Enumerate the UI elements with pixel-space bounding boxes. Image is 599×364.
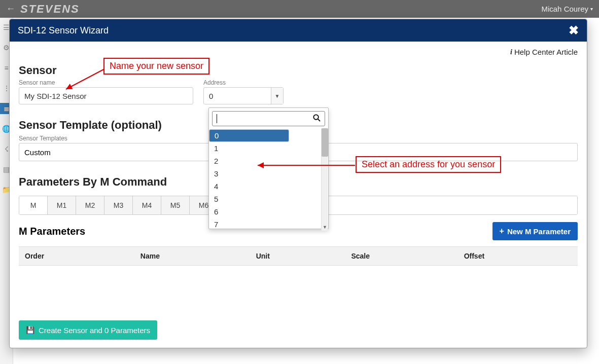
annotation-select-address: Select an address for you sensor — [356, 156, 501, 173]
create-sensor-button[interactable]: 💾 Create Sensor and 0 Parameters — [19, 320, 157, 340]
col-order: Order — [19, 247, 134, 266]
dropdown-option[interactable]: 0 — [209, 129, 289, 142]
scroll-down-icon[interactable]: ▼ — [322, 224, 328, 231]
annotation-name-sensor: Name your new sensor — [103, 58, 209, 75]
chevron-down-icon: ▼ — [271, 88, 283, 104]
template-value: Custom — [24, 148, 51, 157]
col-scale: Scale — [345, 247, 457, 266]
back-arrow-icon[interactable]: ← — [6, 4, 15, 14]
tab-m1[interactable]: M1 — [48, 196, 76, 214]
modal-header: SDI-12 Sensor Wizard ✖ — [10, 19, 587, 42]
tab-m5[interactable]: M5 — [161, 196, 190, 214]
tab-m4[interactable]: M4 — [133, 196, 161, 214]
modal-title: SDI-12 Sensor Wizard — [18, 25, 569, 36]
dropdown-option[interactable]: 4 — [209, 180, 328, 193]
dropdown-option[interactable]: 3 — [209, 167, 328, 180]
address-field: Address 0 ▼ — [203, 79, 284, 104]
create-button-label: Create Sensor and 0 Parameters — [39, 326, 150, 335]
text-cursor — [217, 114, 217, 123]
address-value: 0 — [204, 92, 271, 100]
dropdown-option[interactable]: 6 — [209, 205, 328, 218]
app-backdrop: ← STEVENS Micah Courey ▾ ☰ ⚙ ≡ ⋮ ≣ 🌐 ☇ ▤… — [0, 0, 599, 364]
dropdown-option[interactable]: 2 — [209, 155, 328, 167]
dropdown-option[interactable]: 1 — [209, 142, 328, 155]
dropdown-option[interactable]: 5 — [209, 193, 328, 205]
svg-point-0 — [313, 115, 318, 119]
user-name-label: Micah Courey — [541, 5, 588, 13]
dropdown-option[interactable]: 7 — [209, 218, 328, 229]
plus-icon: + — [500, 227, 504, 236]
tab-m3[interactable]: M3 — [104, 196, 133, 214]
address-select[interactable]: 0 ▼ — [203, 87, 284, 104]
search-icon — [313, 114, 321, 123]
dropdown-option-list: 0 1 2 3 4 5 6 7 — [209, 129, 328, 229]
sensor-name-field: Sensor name — [19, 79, 193, 104]
tab-m[interactable]: M — [19, 196, 48, 214]
help-link-text: Help Center Article — [514, 48, 578, 56]
close-icon[interactable]: ✖ — [569, 24, 579, 37]
parameters-table: Order Name Unit Scale Offset — [19, 246, 578, 266]
top-bar: ← STEVENS Micah Courey ▾ — [0, 0, 599, 18]
dropdown-search-wrap — [209, 108, 328, 129]
m-parameters-heading: M Parameters — [19, 226, 85, 237]
caret-down-icon: ▾ — [590, 6, 593, 12]
dropdown-scrollbar[interactable]: ▼ — [321, 128, 328, 231]
info-icon: i — [510, 48, 512, 56]
user-menu[interactable]: Micah Courey ▾ — [541, 5, 593, 13]
save-icon: 💾 — [26, 326, 34, 334]
sensor-name-input[interactable] — [19, 87, 193, 104]
new-m-parameter-button[interactable]: + New M Parameter — [492, 222, 578, 240]
col-unit: Unit — [250, 247, 345, 266]
dropdown-search-input[interactable] — [212, 111, 325, 126]
col-offset: Offset — [458, 247, 578, 266]
brand-logo: STEVENS — [20, 3, 80, 16]
svg-line-1 — [318, 119, 320, 121]
col-name: Name — [134, 247, 250, 266]
sensor-section-heading: Sensor — [19, 64, 578, 77]
new-param-label: New M Parameter — [507, 227, 571, 236]
help-center-link[interactable]: i Help Center Article — [510, 48, 578, 56]
brand-logo-text: STEVENS — [20, 3, 80, 15]
address-dropdown-panel: 0 1 2 3 4 5 6 7 ▼ — [208, 107, 329, 229]
sensor-name-label: Sensor name — [19, 79, 193, 86]
tab-m2[interactable]: M2 — [76, 196, 104, 214]
scrollbar-thumb[interactable] — [322, 128, 328, 157]
address-label: Address — [203, 79, 284, 86]
